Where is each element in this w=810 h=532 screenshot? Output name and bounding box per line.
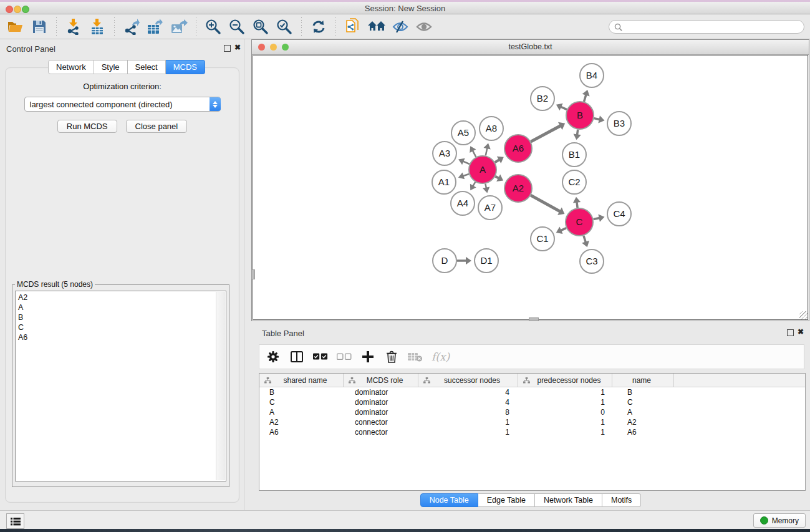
search-input[interactable] — [625, 22, 799, 32]
float-panel-icon[interactable] — [224, 45, 231, 52]
node-C4[interactable]: C4 — [607, 202, 631, 226]
edge-D-D1[interactable] — [457, 257, 471, 265]
cell-MCDS-role[interactable]: connector — [344, 417, 418, 427]
edge-A-A6[interactable] — [495, 157, 504, 163]
export-network-icon[interactable] — [122, 17, 142, 37]
zoom-fit-icon[interactable] — [251, 17, 271, 37]
network-window-titlebar[interactable]: testGlobe.txt — [252, 40, 809, 55]
cell-name[interactable]: A2 — [612, 417, 674, 427]
node-D[interactable]: D — [433, 249, 456, 273]
column-header-shared-name[interactable]: shared name — [259, 374, 344, 387]
cell-shared-name[interactable]: B — [259, 387, 344, 397]
save-session-icon[interactable] — [29, 17, 49, 37]
cell-predecessor-nodes[interactable]: 1 — [518, 387, 612, 397]
edge-A-A5[interactable] — [470, 146, 476, 157]
node-A2[interactable]: A2 — [504, 175, 532, 202]
cell-predecessor-nodes[interactable]: 1 — [518, 427, 612, 437]
node-A7[interactable]: A7 — [478, 196, 502, 220]
table-row[interactable]: Bdominator41B — [259, 387, 805, 397]
tab-motifs[interactable]: Motifs — [602, 493, 641, 507]
mcds-result-item[interactable]: A — [18, 302, 226, 312]
table-row[interactable]: Adominator80A — [259, 407, 805, 417]
edge-B-B3[interactable] — [594, 115, 605, 123]
scrollbar[interactable] — [216, 292, 225, 480]
edge-A-A2[interactable] — [495, 174, 503, 181]
node-A1[interactable]: A1 — [432, 170, 456, 194]
node-B[interactable]: B — [566, 102, 594, 129]
cell-name[interactable]: A6 — [612, 427, 674, 437]
edge-A-A7[interactable] — [483, 184, 489, 193]
gear-icon[interactable] — [266, 349, 281, 364]
cell-successor-nodes[interactable]: 4 — [418, 387, 518, 397]
add-icon[interactable] — [360, 349, 375, 364]
cell-successor-nodes[interactable]: 4 — [418, 397, 518, 407]
column-header-successor-nodes[interactable]: successor nodes — [418, 374, 518, 387]
close-panel-button[interactable]: Close panel — [126, 120, 188, 133]
table-row[interactable]: A6connector11A6 — [259, 427, 805, 437]
column-header-name[interactable]: name — [612, 374, 674, 387]
tab-select[interactable]: Select — [128, 60, 166, 74]
edge-A6-B[interactable] — [531, 122, 565, 142]
cell-name[interactable]: C — [612, 397, 674, 407]
trash-icon[interactable] — [384, 349, 399, 364]
node-B2[interactable]: B2 — [531, 87, 554, 110]
edge-A-A1[interactable] — [458, 172, 469, 179]
tab-network-table[interactable]: Network Table — [535, 493, 602, 507]
table-row[interactable]: A2connector11A2 — [259, 417, 805, 427]
edge-C-C2[interactable] — [573, 197, 581, 208]
eye-slash-icon[interactable] — [390, 17, 410, 37]
edge-A-A8[interactable] — [484, 143, 491, 155]
cell-successor-nodes[interactable]: 1 — [418, 417, 518, 427]
cell-successor-nodes[interactable]: 1 — [418, 427, 518, 437]
mcds-result-list[interactable]: A2ABCA6 — [15, 291, 226, 481]
column-header-MCDS-role[interactable]: MCDS role — [344, 374, 418, 387]
node-A[interactable]: A — [469, 156, 496, 183]
splitter-handle[interactable] — [529, 317, 539, 321]
cell-name[interactable]: A — [612, 407, 674, 417]
import-network-icon[interactable] — [64, 17, 84, 37]
node-table[interactable]: shared nameMCDS rolesuccessor nodesprede… — [259, 373, 806, 491]
cell-predecessor-nodes[interactable]: 0 — [518, 407, 612, 417]
node-C3[interactable]: C3 — [580, 249, 604, 273]
zoom-out-icon[interactable] — [227, 17, 247, 37]
zoom-in-icon[interactable] — [203, 17, 223, 37]
memory-button[interactable]: Memory — [753, 513, 806, 528]
tab-node-table[interactable]: Node Table — [420, 493, 478, 507]
edge-C-C1[interactable] — [556, 227, 566, 234]
cell-successor-nodes[interactable]: 8 — [418, 407, 518, 417]
duplicate-network-icon[interactable] — [343, 17, 363, 37]
node-C1[interactable]: C1 — [531, 227, 554, 251]
edge-C-C4[interactable] — [594, 214, 605, 221]
select-all-icon[interactable] — [313, 349, 328, 364]
export-table-icon[interactable] — [145, 17, 165, 37]
cell-shared-name[interactable]: C — [259, 397, 344, 407]
node-A6[interactable]: A6 — [504, 135, 532, 162]
network-canvas[interactable]: AA1A2A3A4A5A6A7A8BB1B2B3B4CC1C2C3C4DD1 — [253, 55, 808, 320]
edge-C-C3[interactable] — [582, 236, 589, 247]
node-D1[interactable]: D1 — [475, 249, 498, 273]
cell-predecessor-nodes[interactable]: 1 — [518, 397, 612, 407]
cell-MCDS-role[interactable]: connector — [344, 427, 418, 437]
deselect-all-icon[interactable] — [337, 349, 352, 364]
run-mcds-button[interactable]: Run MCDS — [57, 120, 117, 133]
zoom-selected-icon[interactable] — [274, 17, 294, 37]
tab-mcds[interactable]: MCDS — [166, 60, 205, 74]
open-session-icon[interactable] — [6, 17, 26, 37]
close-panel-icon[interactable]: ✖ — [798, 327, 804, 336]
edge-A2-C[interactable] — [531, 195, 564, 215]
cell-name[interactable]: B — [612, 387, 674, 397]
node-B3[interactable]: B3 — [607, 112, 631, 135]
column-pane-icon[interactable] — [289, 349, 304, 364]
export-image-icon[interactable] — [169, 17, 189, 37]
criterion-dropdown[interactable]: largest connected component (directed) — [24, 97, 221, 112]
cell-MCDS-role[interactable]: dominator — [344, 397, 418, 407]
edge-A-A4[interactable] — [470, 182, 476, 191]
edge-B-B2[interactable] — [556, 104, 567, 110]
eye-icon[interactable] — [414, 17, 434, 37]
mcds-result-item[interactable]: A6 — [18, 332, 226, 342]
node-A4[interactable]: A4 — [451, 191, 475, 215]
column-header-predecessor-nodes[interactable]: predecessor nodes — [518, 374, 612, 387]
import-table-icon[interactable] — [87, 17, 107, 37]
table-row[interactable]: Cdominator41C — [259, 397, 805, 407]
mcds-result-item[interactable]: C — [18, 322, 226, 332]
